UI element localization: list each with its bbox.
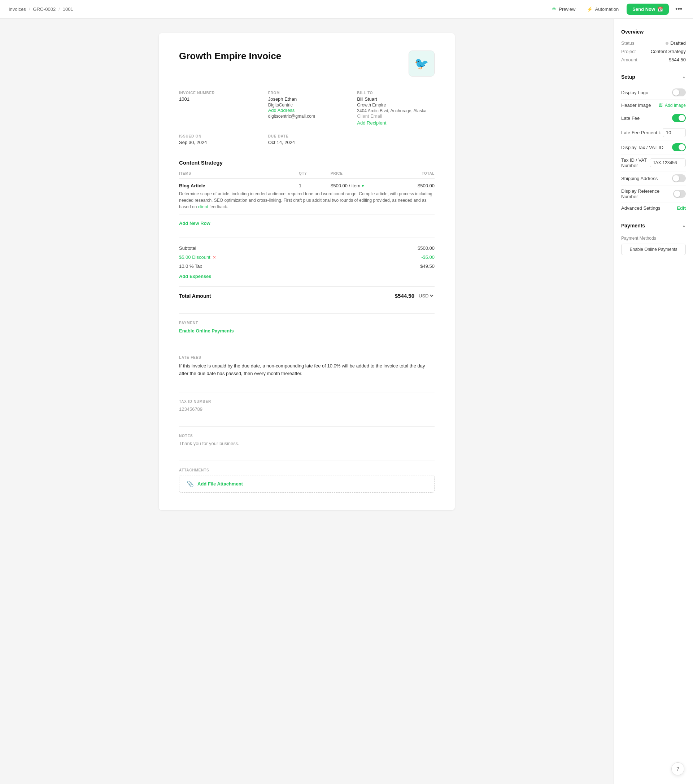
from-name: Joseph Ethan (268, 96, 346, 102)
client-link[interactable]: client (198, 204, 208, 209)
overview-section: Overview (614, 26, 693, 39)
setup-rows: Display Logo Header Image 🖼 Add Image La… (614, 84, 693, 218)
remove-discount-button[interactable]: ✕ (212, 255, 216, 260)
status-label: Status (621, 40, 635, 46)
due-date-value[interactable]: Oct 14, 2024 (268, 140, 346, 145)
payments-section: Payments ▲ Payment Methods Enable Online… (614, 218, 693, 260)
issued-on-group: ISSUED ON Sep 30, 2024 (179, 134, 257, 145)
invoice-area: Growth Empire Invoice 🐦 INVOICE NUMBER 1… (0, 19, 614, 784)
overview-title: Overview (621, 29, 686, 35)
add-recipient-link[interactable]: Add Recipient (357, 120, 435, 125)
items-table: ITEMS QTY PRICE TOTAL Blog Article 1 $50… (179, 171, 435, 215)
shipping-address-row: Shipping Address (621, 171, 686, 186)
add-image-button[interactable]: 🖼 Add Image (658, 103, 686, 108)
add-file-button[interactable]: 📎 Add File Attachment (179, 475, 435, 493)
invoice-logo: 🐦 (408, 51, 435, 77)
invoice-title-text: Growth Empire Invoice (179, 51, 281, 62)
late-fees-section: LATE FEES If this invoice is unpaid by t… (179, 348, 435, 377)
subtotal-value: $500.00 (418, 245, 435, 251)
late-fee-toggle[interactable] (672, 114, 686, 122)
header-image-row: Header Image 🖼 Add Image (621, 100, 686, 111)
bill-to-address: 3404 Arctic Blvd, Anchorage, Alaska (357, 108, 435, 113)
enable-online-payments-link[interactable]: Enable Online Payments (179, 328, 234, 334)
automation-label: Automation (595, 7, 619, 12)
subtotal-row: Subtotal $500.00 (179, 244, 435, 253)
tax-label: 10.0 % Tax (179, 264, 202, 269)
totals-section: Subtotal $500.00 $5.00 Discount ✕ -$5.00… (179, 237, 435, 279)
setup-section-header[interactable]: Setup ▲ (614, 70, 693, 84)
display-ref-toggle[interactable] (673, 190, 686, 198)
amount-row: Amount $544.50 (621, 56, 686, 64)
add-address-link[interactable]: Add Address (268, 107, 346, 113)
display-logo-toggle[interactable] (672, 89, 686, 96)
status-value: Drafted (670, 40, 686, 46)
attachments-section: ATTACHMENTS 📎 Add File Attachment (179, 461, 435, 493)
breadcrumb-gro[interactable]: GRO-0002 (33, 7, 56, 12)
invoice-number-value[interactable]: 1001 (179, 96, 257, 102)
payments-chevron-icon: ▲ (682, 224, 686, 228)
toggle-knob (673, 89, 679, 96)
amount-label: Amount (621, 57, 637, 63)
discount-label: $5.00 Discount ✕ (179, 254, 216, 260)
toggle-knob (678, 144, 685, 150)
shipping-address-toggle[interactable] (672, 175, 686, 182)
payments-section-header[interactable]: Payments ▲ (614, 218, 693, 233)
image-icon: 🖼 (658, 103, 663, 108)
help-button[interactable]: ? (672, 763, 684, 775)
breadcrumb-current: 1001 (63, 7, 73, 12)
setup-title: Setup (621, 74, 635, 80)
display-logo-label: Display Logo (621, 90, 648, 95)
notes-label: NOTES (179, 434, 435, 438)
discount-value: -$5.00 (421, 254, 435, 260)
display-tax-row: Display Tax / VAT ID (621, 140, 686, 155)
add-new-row-button[interactable]: Add New Row (179, 221, 211, 226)
advanced-settings-row: Advanced Settings Edit (621, 203, 686, 214)
item-total: $500.00 (391, 183, 435, 188)
price-chevron-icon[interactable]: ▾ (362, 183, 364, 188)
due-date-label: DUE DATE (268, 134, 346, 138)
from-company: DigitsCentric (268, 102, 346, 107)
add-expenses-button[interactable]: Add Expenses (179, 273, 212, 279)
issued-on-value[interactable]: Sep 30, 2024 (179, 140, 257, 145)
main-layout: Growth Empire Invoice 🐦 INVOICE NUMBER 1… (0, 19, 693, 784)
logo-bird-icon: 🐦 (414, 57, 429, 71)
tax-id-vat-input[interactable] (650, 158, 686, 167)
notes-value[interactable]: Thank you for your business. (179, 441, 435, 446)
toolbar: 👁 Preview ⚡ Automation Send Now 📅 ••• (548, 3, 684, 15)
info-icon: ℹ (659, 130, 660, 135)
more-options-button[interactable]: ••• (673, 3, 684, 15)
display-ref-row: Display Reference Number (621, 186, 686, 203)
setup-section: Setup ▲ Display Logo Header Image 🖼 Add … (614, 70, 693, 218)
top-nav: Invoices / GRO-0002 / 1001 👁 Preview ⚡ A… (0, 0, 693, 19)
advanced-settings-edit-link[interactable]: Edit (677, 205, 686, 211)
send-now-button[interactable]: Send Now 📅 (627, 3, 669, 15)
add-image-label: Add Image (665, 103, 686, 108)
payment-section: PAYMENT Enable Online Payments (179, 313, 435, 334)
currency-selector[interactable]: USD EUR GBP (417, 293, 435, 299)
status-dot-icon (665, 42, 668, 45)
project-label: Project (621, 49, 635, 54)
late-fee-percent-input[interactable] (663, 128, 686, 137)
table-row: Blog Article 1 $500.00 / item ▾ $500.00 … (179, 179, 435, 215)
help-icon: ? (677, 766, 679, 772)
total-amount-value: $544.50 USD EUR GBP (395, 293, 435, 299)
automation-button[interactable]: ⚡ Automation (583, 4, 622, 14)
breadcrumb-invoices[interactable]: Invoices (9, 7, 26, 12)
payments-inner: Payment Methods Enable Online Payments (614, 233, 693, 260)
enable-online-payments-button[interactable]: Enable Online Payments (621, 244, 686, 255)
tax-id-value[interactable]: 123456789 (179, 407, 435, 412)
item-qty[interactable]: 1 (299, 183, 328, 188)
header-image-label: Header Image (621, 102, 651, 108)
item-name[interactable]: Blog Article (179, 183, 296, 188)
item-description: Determine scope of article, including in… (179, 191, 435, 210)
preview-button[interactable]: 👁 Preview (548, 4, 579, 14)
bill-to-email-placeholder[interactable]: Client Email (357, 113, 435, 119)
payments-title: Payments (621, 223, 645, 229)
subtotal-label: Subtotal (179, 245, 196, 251)
status-badge: Drafted (665, 40, 686, 46)
preview-label: Preview (559, 7, 575, 12)
bill-to-company: Growth Empire (357, 102, 435, 107)
display-tax-toggle[interactable] (672, 143, 686, 151)
amount-value: $544.50 (669, 57, 686, 63)
item-price[interactable]: $500.00 / item ▾ (331, 183, 388, 188)
